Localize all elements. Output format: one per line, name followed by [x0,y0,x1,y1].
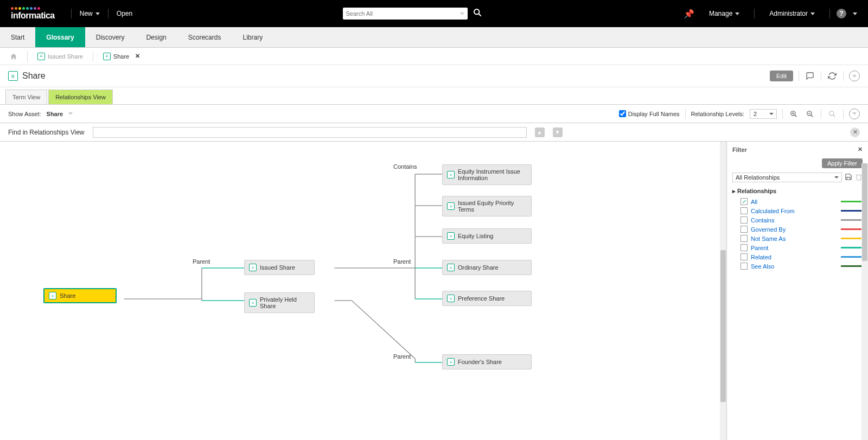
options-dropdown-icon[interactable] [849,109,860,119]
node-founders-share[interactable]: ≡Founder's Share [442,354,532,369]
subtab-term-view[interactable]: Term View [5,90,47,104]
svg-line-7 [811,114,813,117]
nav-tabs: Start Glossary Discovery Design Scorecar… [0,27,868,48]
checkbox-icon[interactable] [741,235,748,242]
filter-item-label[interactable]: All [751,199,838,205]
edit-button[interactable]: Edit [770,71,793,81]
logo-text: informatica [11,11,55,21]
node-equity-instrument-issue-info[interactable]: ≡Equity Instrument Issue Information [442,164,532,185]
search-box[interactable] [343,8,468,20]
help-icon[interactable]: ? [837,9,846,18]
color-swatch [841,201,863,202]
zoom-out-icon[interactable] [805,109,815,119]
search-scope-dropdown[interactable] [460,12,464,15]
filter-item-governed-by[interactable]: Governed By [741,226,863,233]
save-filter-icon[interactable] [845,173,852,182]
checkbox-icon[interactable] [741,263,748,270]
find-prev-icon[interactable]: ▲ [535,127,545,137]
subtab-relationships-view[interactable]: Relationships View [48,90,113,104]
logo: informatica [11,7,55,21]
filter-item-label[interactable]: Calculated From [751,208,838,214]
nav-glossary[interactable]: Glossary [35,27,85,47]
user-menu[interactable]: Administrator [761,10,823,17]
filter-item-label[interactable]: See Also [751,263,838,270]
nav-library[interactable]: Library [232,27,273,47]
home-icon[interactable] [5,50,22,62]
nav-discovery[interactable]: Discovery [85,27,136,47]
node-issued-equity-priority-terms[interactable]: ≡Issued Equity Priority Terms [442,196,532,216]
apply-filter-button[interactable]: Apply Filter [822,158,863,168]
filter-item-label[interactable]: Governed By [751,226,838,233]
checkbox-icon[interactable] [741,253,748,260]
search-icon[interactable] [473,8,482,19]
filter-item-label[interactable]: Parent [751,245,838,251]
filter-close-icon[interactable]: ✕ [858,146,863,153]
checkbox-icon[interactable] [741,226,748,233]
top-bar: informatica New Open 📌 Manage Administra… [0,0,868,27]
display-full-names-checkbox[interactable]: Display Full Names [619,110,680,117]
canvas-scrollbar[interactable] [720,142,726,440]
filter-item-all[interactable]: ✓All [741,198,863,205]
svg-point-0 [474,9,479,14]
diagram-canvas[interactable]: ≡ Share ≡Issued Share ≡Privately Held Sh… [0,142,727,440]
bc-issued-share[interactable]: ≡ Issued Share [33,50,87,62]
filter-item-related[interactable]: Related [741,253,863,260]
find-clear-icon[interactable]: ✕ [850,127,860,137]
find-row: Find in Relationships View ▲ ▼ ✕ [0,123,868,142]
filter-item-label[interactable]: Contains [751,217,838,224]
edge-label-parent: Parent [393,353,411,360]
main-area: ≡ Share ≡Issued Share ≡Privately Held Sh… [0,142,868,440]
filter-section-title[interactable]: ▸ Relationships [732,188,863,195]
edge-label-contains: Contains [393,163,417,170]
svg-point-9 [829,111,834,115]
color-swatch [841,256,863,258]
checkbox-icon[interactable] [741,244,748,251]
checkbox-icon[interactable]: ✓ [741,198,748,205]
bc-share[interactable]: ≡ Share ✕ [99,50,144,62]
show-asset-dropdown[interactable] [68,112,73,115]
color-swatch [841,247,863,248]
expand-icon[interactable] [849,71,860,81]
node-ordinary-share[interactable]: ≡Ordinary Share [442,260,532,275]
checkbox-icon[interactable] [741,207,748,214]
filter-item-label[interactable]: Not Same As [751,235,838,242]
show-asset-value: Share [47,111,63,117]
refresh-icon[interactable] [827,71,838,81]
filter-item-not-same-as[interactable]: Not Same As [741,235,863,242]
nav-start[interactable]: Start [0,27,35,47]
checkbox-icon[interactable] [741,216,748,224]
open-menu[interactable]: Open [108,10,141,17]
more-menu[interactable] [853,12,857,15]
find-input[interactable] [93,127,527,138]
filter-item-calculated-from[interactable]: Calculated From [741,207,863,214]
filter-preset-select[interactable]: All Relationships [732,173,842,182]
comment-icon[interactable] [805,71,815,81]
manage-menu[interactable]: Manage [701,10,748,17]
filter-item-parent[interactable]: Parent [741,244,863,251]
svg-line-3 [795,114,797,117]
pin-icon[interactable]: 📌 [684,9,694,19]
show-asset-label: Show Asset: [8,111,41,117]
node-preference-share[interactable]: ≡Preference Share [442,291,532,306]
node-issued-share[interactable]: ≡Issued Share [244,260,315,275]
close-tab-icon[interactable]: ✕ [135,53,140,60]
color-swatch [841,219,863,221]
nav-scorecards[interactable]: Scorecards [177,27,232,47]
node-equity-listing[interactable]: ≡Equity Listing [442,228,532,244]
svg-line-10 [833,114,835,117]
filter-item-label[interactable]: Related [751,254,838,260]
node-share[interactable]: ≡ Share [43,288,117,303]
filter-scrollbar[interactable] [861,163,868,440]
filter-item-contains[interactable]: Contains [741,216,863,224]
node-privately-held-share[interactable]: ≡Privately Held Share [244,292,315,313]
find-next-icon[interactable]: ▼ [553,127,563,137]
new-menu[interactable]: New [72,10,108,17]
filter-item-see-also[interactable]: See Also [741,263,863,270]
zoom-in-icon[interactable] [788,109,799,119]
nav-design[interactable]: Design [135,27,177,47]
search-input[interactable] [346,10,460,17]
levels-select[interactable]: 2 [750,109,777,119]
filter-title: Filter [732,146,747,153]
breadcrumb-row: ≡ Issued Share ≡ Share ✕ [0,48,868,65]
zoom-fit-icon[interactable] [827,109,838,119]
